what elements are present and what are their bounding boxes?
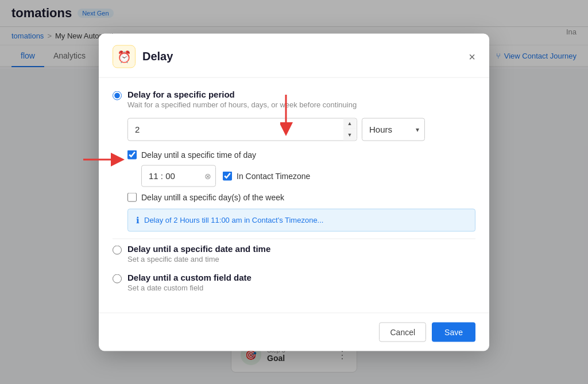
checkbox-specific-time-label: Delay until a specific time of day xyxy=(141,150,256,159)
option-custom-field-text: Delay until a custom field date Set a da… xyxy=(127,272,252,292)
spinner-down-button[interactable]: ▼ xyxy=(343,129,356,140)
save-button[interactable]: Save xyxy=(432,322,475,342)
dialog-body: Delay for a specific period Wait for a s… xyxy=(99,77,489,312)
dialog-footer: Cancel Save xyxy=(99,312,489,351)
option-specific-date: Delay until a specific date and time Set… xyxy=(113,243,475,263)
option2-desc: Set a specific date and time xyxy=(127,254,270,263)
info-icon: ℹ xyxy=(136,215,140,225)
spinner-up-button[interactable]: ▲ xyxy=(343,118,356,129)
checkbox-specific-day-row: Delay untill a specific day(s) of the we… xyxy=(127,192,475,201)
checkbox-specific-day-label: Delay untill a specific day(s) of the we… xyxy=(141,192,284,201)
dialog-header: ⏰ Delay × xyxy=(99,33,489,77)
radio-custom-field[interactable] xyxy=(113,274,122,283)
option-specific-period: Delay for a specific period Wait for a s… xyxy=(113,89,475,108)
option-specific-date-text: Delay until a specific date and time Set… xyxy=(127,243,270,263)
option3-label: Delay until a custom field date xyxy=(127,272,252,282)
specific-time-section: Delay until a specific time of day ⊗ In … xyxy=(127,150,475,231)
checkbox-specific-day[interactable] xyxy=(127,192,137,201)
option2-label: Delay until a specific date and time xyxy=(127,243,270,253)
spinner-buttons: ▲ ▼ xyxy=(343,118,356,140)
radio-specific-date[interactable] xyxy=(113,245,122,254)
time-clear-button[interactable]: ⊗ xyxy=(204,171,211,180)
option-specific-period-text: Delay for a specific period Wait for a s… xyxy=(127,89,357,108)
radio-specific-period[interactable] xyxy=(113,91,122,100)
contact-timezone-label: In Contact Timezone xyxy=(237,171,310,180)
dialog-title: Delay xyxy=(142,50,462,63)
contact-timezone-row: In Contact Timezone xyxy=(223,171,310,180)
close-button[interactable]: × xyxy=(469,51,475,62)
delay-dialog: ⏰ Delay × Delay for a specific period Wa… xyxy=(99,33,489,351)
checkbox-specific-time-row: Delay until a specific time of day xyxy=(127,150,475,159)
option1-desc: Wait for a specified number of hours, da… xyxy=(127,100,357,108)
period-number-input[interactable] xyxy=(127,118,357,141)
info-banner: ℹ Delay of 2 Hours till 11:00 am in Cont… xyxy=(127,208,475,231)
period-unit-select[interactable]: Minutes Hours Days Weeks xyxy=(362,118,425,141)
period-selector-row: ▲ ▼ Minutes Hours Days Weeks xyxy=(127,118,475,141)
cancel-button[interactable]: Cancel xyxy=(379,322,426,342)
time-input-wrapper: ⊗ xyxy=(141,165,216,187)
info-banner-text: Delay of 2 Hours till 11:00 am in Contac… xyxy=(144,216,323,224)
divider-1 xyxy=(113,238,475,239)
option3-desc: Set a date custom field xyxy=(127,283,252,292)
checkbox-specific-time[interactable] xyxy=(127,150,137,159)
time-input-row: ⊗ In Contact Timezone xyxy=(141,165,475,187)
unit-select-wrapper: Minutes Hours Days Weeks xyxy=(362,118,425,141)
option1-label: Delay for a specific period xyxy=(127,89,357,99)
delay-icon: ⏰ xyxy=(113,45,136,68)
checkbox-contact-timezone[interactable] xyxy=(223,171,232,180)
option-custom-field: Delay until a custom field date Set a da… xyxy=(113,272,475,292)
number-input-wrapper: ▲ ▼ xyxy=(127,118,357,141)
